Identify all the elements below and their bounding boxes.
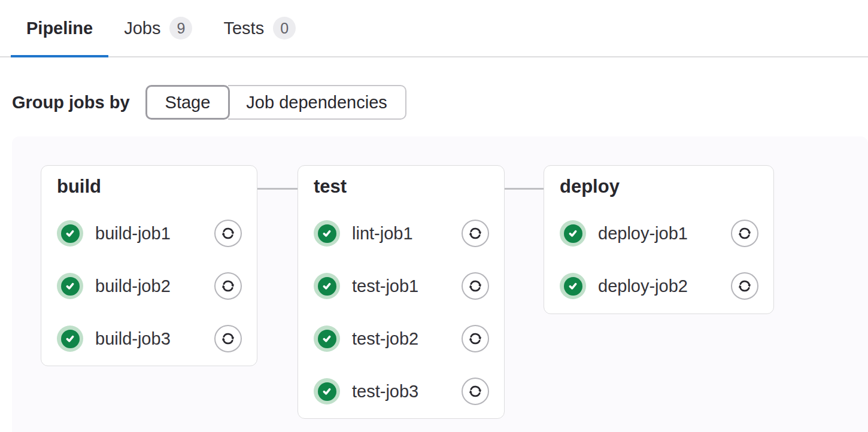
job-row: deploy-job1 [560, 220, 758, 247]
jobs-count-badge: 9 [169, 17, 192, 39]
tab-tests-label: Tests [223, 19, 264, 38]
retry-icon [467, 278, 484, 294]
retry-job-button[interactable] [214, 325, 242, 352]
job-row: deploy-job2 [560, 273, 758, 299]
retry-icon [736, 278, 753, 294]
stage-connector-line [257, 188, 298, 190]
tests-count-badge: 0 [273, 17, 296, 39]
job-name-link[interactable]: build-job1 [95, 224, 171, 244]
retry-job-button[interactable] [731, 220, 758, 247]
retry-icon [736, 225, 753, 242]
job-row: test-job2 [314, 325, 489, 352]
retry-job-button[interactable] [462, 220, 489, 247]
stage-name: build [57, 175, 242, 199]
retry-icon [467, 330, 484, 347]
job-row: lint-job1 [314, 220, 489, 247]
tab-pipeline[interactable]: Pipeline [11, 0, 108, 56]
tab-pipeline-label: Pipeline [26, 19, 93, 38]
stage-jobs-list: build-job1 build-job2 build-job3 [57, 220, 242, 352]
status-success-icon [57, 220, 83, 247]
retry-icon [467, 225, 484, 242]
stage-card-test: test lint-job1 test-job1 test-job2 test-… [298, 165, 505, 419]
job-name-link[interactable]: deploy-job2 [598, 276, 688, 296]
status-success-icon [314, 220, 340, 247]
pipeline-tabs-bar: Pipeline Jobs 9 Tests 0 [0, 0, 868, 57]
group-jobs-by-label: Group jobs by [12, 93, 130, 112]
status-success-icon [57, 325, 83, 352]
job-row: build-job3 [57, 325, 242, 352]
retry-job-button[interactable] [214, 272, 242, 300]
stage-name: test [314, 175, 489, 199]
group-jobs-by-segmented-control: Stage Job dependencies [145, 85, 406, 120]
stage-name: deploy [560, 175, 758, 199]
status-success-icon [57, 273, 83, 299]
status-success-icon [560, 273, 586, 299]
tab-tests[interactable]: Tests 0 [208, 0, 311, 56]
pipeline-graph-panel: build build-job1 build-job2 build-job3 t… [12, 136, 868, 432]
retry-icon [220, 330, 236, 347]
retry-icon [467, 383, 484, 400]
tab-jobs[interactable]: Jobs 9 [108, 0, 208, 56]
group-by-job-dependencies-button[interactable]: Job dependencies [228, 85, 406, 120]
status-success-icon [560, 220, 586, 247]
retry-job-button[interactable] [462, 325, 489, 352]
retry-icon [220, 278, 236, 294]
job-name-link[interactable]: deploy-job1 [598, 224, 688, 244]
stage-card-deploy: deploy deploy-job1 deploy-job2 [544, 165, 774, 314]
job-name-link[interactable]: lint-job1 [352, 224, 413, 244]
status-success-icon [314, 325, 340, 352]
stage-card-build: build build-job1 build-job2 build-job3 [41, 165, 257, 366]
job-name-link[interactable]: test-job1 [352, 276, 418, 296]
tab-jobs-label: Jobs [124, 19, 160, 38]
group-by-stage-button[interactable]: Stage [145, 85, 230, 120]
job-row: test-job1 [314, 273, 489, 299]
retry-job-button[interactable] [462, 272, 489, 300]
retry-icon [220, 225, 236, 242]
stage-jobs-list: lint-job1 test-job1 test-job2 test-job3 [314, 220, 489, 404]
retry-job-button[interactable] [462, 378, 489, 405]
job-row: test-job3 [314, 378, 489, 404]
status-success-icon [314, 378, 340, 404]
stage-connector-line [505, 188, 544, 190]
job-row: build-job2 [57, 273, 242, 299]
retry-job-button[interactable] [214, 220, 242, 247]
retry-job-button[interactable] [731, 272, 758, 300]
job-name-link[interactable]: test-job3 [352, 382, 418, 401]
group-jobs-by-row: Group jobs by Stage Job dependencies [12, 85, 868, 120]
job-name-link[interactable]: build-job2 [95, 276, 171, 296]
job-name-link[interactable]: build-job3 [95, 329, 171, 349]
job-name-link[interactable]: test-job2 [352, 329, 418, 349]
stage-jobs-list: deploy-job1 deploy-job2 [560, 220, 758, 299]
status-success-icon [314, 273, 340, 299]
job-row: build-job1 [57, 220, 242, 247]
